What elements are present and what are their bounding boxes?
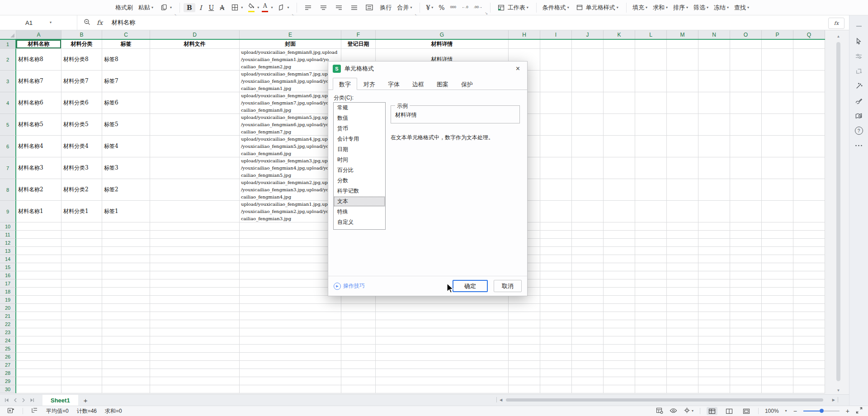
cell-L25[interactable]	[635, 345, 667, 353]
cell-I8[interactable]	[540, 179, 572, 201]
cell-D5[interactable]	[150, 114, 240, 136]
cell-N17[interactable]	[698, 279, 730, 288]
cell-O19[interactable]	[730, 296, 762, 304]
cell-A25[interactable]	[16, 345, 61, 353]
cell-C16[interactable]	[102, 271, 150, 279]
cell-O1[interactable]	[730, 40, 762, 49]
cell-E16[interactable]	[240, 271, 341, 279]
row-header-14[interactable]: 14	[0, 255, 16, 263]
cell-Q13[interactable]	[793, 247, 825, 255]
cell-I2[interactable]	[540, 49, 572, 71]
cell-B3[interactable]: 材料分类7	[61, 71, 102, 92]
column-header-N[interactable]: N	[698, 30, 730, 39]
cell-Q18[interactable]	[793, 288, 825, 296]
cell-D29[interactable]	[150, 377, 240, 385]
column-header-E[interactable]: E	[240, 30, 341, 39]
cell-B1[interactable]: 材料分类	[61, 40, 102, 49]
cell-I11[interactable]	[540, 231, 572, 239]
cell-K1[interactable]	[604, 40, 635, 49]
cell-C5[interactable]: 标签5	[102, 114, 150, 136]
cell-M10[interactable]	[667, 222, 698, 231]
row-header-21[interactable]: 21	[0, 312, 16, 320]
percent-format-button[interactable]: %	[436, 3, 447, 12]
row-header-2[interactable]: 2	[0, 49, 16, 71]
cell-J5[interactable]	[572, 114, 604, 136]
row-header-24[interactable]: 24	[0, 336, 16, 345]
cell-H25[interactable]	[509, 345, 540, 353]
cell-K2[interactable]	[604, 49, 635, 71]
row-header-16[interactable]: 16	[0, 271, 16, 279]
cell-L16[interactable]	[635, 271, 667, 279]
cell-G27[interactable]	[376, 361, 509, 369]
cell-P28[interactable]	[762, 369, 793, 377]
cell-C20[interactable]	[102, 304, 150, 312]
italic-button[interactable]: I	[196, 3, 205, 12]
cell-C11[interactable]	[102, 231, 150, 239]
cell-J7[interactable]	[572, 157, 604, 179]
thousands-format-button[interactable]: 000	[448, 4, 458, 11]
prev-sheet-icon[interactable]	[14, 398, 17, 402]
column-header-P[interactable]: P	[762, 30, 793, 39]
bold-button[interactable]: B	[184, 3, 195, 12]
row-header-23[interactable]: 23	[0, 328, 16, 336]
cell-J6[interactable]	[572, 136, 604, 157]
sum-button[interactable]: 求和▾	[651, 2, 670, 13]
outline-view-icon[interactable]	[31, 407, 38, 415]
cell-O22[interactable]	[730, 320, 762, 328]
cell-M23[interactable]	[667, 328, 698, 336]
cell-M12[interactable]	[667, 239, 698, 247]
cell-A5[interactable]: 材料名称5	[16, 114, 61, 136]
cell-A13[interactable]	[16, 247, 61, 255]
column-header-Q[interactable]: Q	[793, 30, 825, 39]
cell-C22[interactable]	[102, 320, 150, 328]
cell-J18[interactable]	[572, 288, 604, 296]
cell-F27[interactable]	[341, 361, 376, 369]
category-item-8[interactable]: 分数	[334, 175, 385, 186]
cell-N19[interactable]	[698, 296, 730, 304]
category-item-11[interactable]: 特殊	[334, 207, 385, 217]
cell-E10[interactable]	[240, 222, 341, 231]
cell-Q22[interactable]	[793, 320, 825, 328]
cell-M17[interactable]	[667, 279, 698, 288]
cell-B30[interactable]	[61, 385, 102, 393]
search-icon[interactable]	[84, 19, 90, 27]
distribute-text-button[interactable]	[362, 1, 377, 14]
cell-B27[interactable]	[61, 361, 102, 369]
row-header-15[interactable]: 15	[0, 263, 16, 271]
cell-J3[interactable]	[572, 71, 604, 92]
cell-P30[interactable]	[762, 385, 793, 393]
cell-M25[interactable]	[667, 345, 698, 353]
cell-K16[interactable]	[604, 271, 635, 279]
category-item-12[interactable]: 自定义	[334, 217, 385, 227]
borders-button[interactable]: ▾	[227, 1, 245, 14]
cell-E2[interactable]: upload/youxicailiao_fengmian8.jpg,upload…	[240, 49, 341, 71]
row-header-10[interactable]: 10	[0, 222, 16, 231]
cell-A8[interactable]: 材料名称2	[16, 179, 61, 201]
cell-Q29[interactable]	[793, 377, 825, 385]
cell-C24[interactable]	[102, 336, 150, 345]
vertical-scroll-thumb[interactable]	[836, 42, 840, 381]
cell-B21[interactable]	[61, 312, 102, 320]
first-sheet-icon[interactable]	[5, 398, 9, 402]
cell-L28[interactable]	[635, 369, 667, 377]
font-color-button[interactable]: A	[260, 2, 270, 13]
cell-K30[interactable]	[604, 385, 635, 393]
cell-P26[interactable]	[762, 353, 793, 361]
cell-N27[interactable]	[698, 361, 730, 369]
cell-N4[interactable]	[698, 92, 730, 114]
select-cursor-icon[interactable]	[854, 37, 863, 46]
cell-I20[interactable]	[540, 304, 572, 312]
cell-M4[interactable]	[667, 92, 698, 114]
align-right-button[interactable]	[331, 1, 346, 14]
cell-A7[interactable]: 材料名称3	[16, 157, 61, 179]
cell-P18[interactable]	[762, 288, 793, 296]
cell-E29[interactable]	[240, 377, 341, 385]
cell-I28[interactable]	[540, 369, 572, 377]
cell-B20[interactable]	[61, 304, 102, 312]
cell-M11[interactable]	[667, 231, 698, 239]
fill-button[interactable]: 填充▾	[630, 2, 650, 13]
cell-Q30[interactable]	[793, 385, 825, 393]
cell-H24[interactable]	[509, 336, 540, 345]
cell-Q25[interactable]	[793, 345, 825, 353]
cell-O5[interactable]	[730, 114, 762, 136]
